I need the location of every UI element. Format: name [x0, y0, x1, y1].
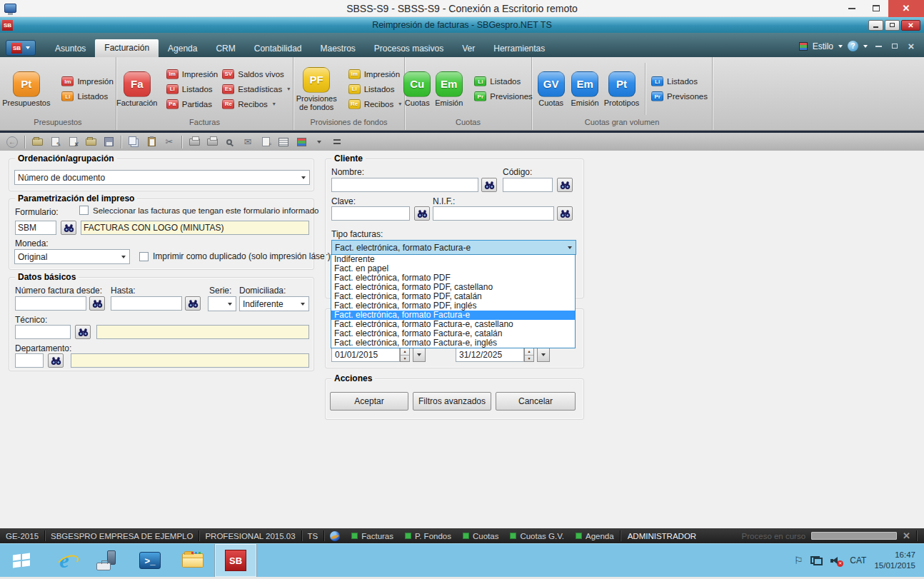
powershell-button[interactable] — [129, 544, 171, 577]
gv-prototipos-button[interactable]: Pt Prototipos — [604, 71, 640, 107]
back-icon[interactable] — [4, 135, 20, 149]
speaker-muted-icon[interactable] — [830, 556, 842, 565]
nombre-input[interactable] — [331, 178, 478, 192]
cancel-process-icon[interactable]: ✕ — [903, 530, 910, 541]
chevron-down-icon[interactable] — [863, 45, 868, 48]
chevron-down-icon[interactable] — [838, 45, 843, 48]
fecha-hasta-spinner[interactable]: ▲▼ — [524, 348, 534, 362]
cancelar-button[interactable]: Cancelar — [496, 392, 576, 411]
print-icon[interactable] — [186, 135, 202, 149]
network-icon[interactable] — [810, 556, 823, 565]
tipo-facturas-combobox[interactable]: Fact. electrónica, formato Factura-e — [331, 240, 576, 255]
dropdown-option[interactable]: Fact. electrónica, formato Factura-e, ca… — [331, 320, 575, 329]
collapse-toolbar-icon[interactable] — [329, 135, 345, 149]
action-center-flag-icon[interactable] — [794, 555, 803, 566]
mdi-close-button[interactable] — [905, 41, 917, 51]
open-folder-icon[interactable] — [29, 135, 45, 149]
estilo-menu[interactable]: Estilo — [813, 41, 833, 51]
cuotas-emision-button[interactable]: Em Emisión — [435, 71, 463, 107]
ordenacion-combobox[interactable]: Número de documento — [14, 170, 310, 185]
tab-facturacion[interactable]: Facturación — [95, 39, 159, 57]
tab-asuntos[interactable]: Asuntos — [46, 40, 95, 57]
internet-explorer-button[interactable]: e — [43, 544, 86, 577]
gv-cuotas-button[interactable]: GV Cuotas — [536, 71, 566, 107]
cuotas-listados-button[interactable]: Li Listados — [474, 76, 532, 86]
mail-icon[interactable]: ✉ — [240, 135, 256, 149]
gv-emision-button[interactable]: Em Emisión — [570, 71, 599, 107]
sb-application-menu-button[interactable]: SB — [6, 40, 36, 56]
gv-listados-button[interactable]: Li Listados — [651, 76, 708, 86]
factura-hasta-search-button[interactable] — [185, 296, 201, 311]
clave-search-button[interactable] — [414, 206, 430, 221]
tab-procesos-masivos[interactable]: Procesos masivos — [365, 40, 453, 57]
facturas-estadisticas-button[interactable]: Es Estadísticas — [222, 84, 290, 94]
sbgespro-taskbar-button[interactable]: SB — [214, 544, 257, 577]
facturas-saldos-vivos-button[interactable]: SV Saldos vivos — [222, 69, 290, 79]
paste-icon[interactable] — [144, 135, 159, 149]
filtros-avanzados-button[interactable]: Filtros avanzados — [413, 392, 491, 411]
clave-input[interactable] — [331, 206, 410, 221]
app-restore-button[interactable] — [885, 20, 900, 31]
fecha-desde-spinner[interactable]: ▲▼ — [400, 348, 410, 362]
import-document-icon[interactable] — [83, 135, 99, 149]
dropdown-option-selected[interactable]: Fact. electrónica, formato Factura-e — [331, 311, 575, 320]
aceptar-button[interactable]: Aceptar — [330, 392, 408, 411]
delete-document-icon[interactable]: ✘ — [65, 135, 81, 149]
dropdown-option[interactable]: Fact. electrónica, formato PDF, castella… — [331, 283, 575, 292]
help-icon[interactable] — [848, 41, 858, 51]
language-indicator[interactable]: CAT — [850, 555, 866, 565]
dropdown-option[interactable]: Fact. electrónica, formato PDF, catalán — [331, 292, 575, 301]
app-minimize-button[interactable] — [868, 20, 883, 31]
tab-maestros[interactable]: Maestros — [311, 40, 364, 57]
server-manager-button[interactable] — [86, 544, 129, 577]
codigo-search-button[interactable] — [557, 178, 573, 192]
tab-agenda[interactable]: Agenda — [159, 40, 206, 57]
fecha-desde-field[interactable]: 01/01/2015 — [331, 348, 400, 362]
report-icon[interactable]: ⌕ — [258, 135, 273, 149]
facturas-recibos-button[interactable]: Re Recibos — [222, 99, 290, 109]
departamento-search-button[interactable] — [48, 353, 64, 368]
provisiones-fondos-button[interactable]: PF Provisiones de fondos — [296, 67, 337, 111]
cuotas-previsiones-button[interactable]: Pr Previsiones — [474, 91, 532, 101]
formulario-search-button[interactable] — [61, 221, 76, 235]
copy-icon[interactable] — [126, 135, 141, 149]
factura-desde-input[interactable] — [15, 296, 86, 311]
provisiones-impresion-button[interactable]: Im Impresión — [348, 69, 402, 79]
dropdown-option[interactable]: Fact. electrónica, formato PDF, inglés — [331, 301, 575, 311]
grid-view-icon[interactable] — [276, 135, 291, 149]
edit-document-icon[interactable]: ✎ — [47, 135, 63, 149]
app-close-button[interactable]: ✕ — [901, 20, 920, 31]
nombre-search-button[interactable] — [481, 178, 497, 192]
tab-ver[interactable]: Ver — [453, 40, 484, 57]
check-duplicado[interactable]: Imprimir como duplicado (solo impresión … — [139, 251, 331, 261]
codigo-input[interactable] — [503, 178, 553, 192]
theme-dropdown-icon[interactable] — [311, 135, 327, 149]
departamento-input[interactable] — [15, 353, 44, 368]
factura-desde-search-button[interactable] — [89, 296, 105, 311]
domiciliada-combobox[interactable]: Indiferente — [239, 296, 309, 311]
dropdown-option[interactable]: Indiferente — [331, 255, 575, 264]
cuotas-button[interactable]: Cu Cuotas — [403, 71, 431, 107]
tab-herramientas[interactable]: Herramientas — [484, 40, 554, 57]
facturacion-button[interactable]: Fa Facturación — [119, 71, 155, 107]
file-explorer-button[interactable] — [171, 544, 214, 577]
factura-hasta-input[interactable] — [111, 296, 182, 311]
cut-icon[interactable]: ✂ — [161, 135, 177, 149]
fecha-hasta-calendar-button[interactable] — [537, 348, 550, 362]
presupuestos-button[interactable]: Pt Presupuestos — [2, 71, 50, 107]
tecnico-search-button[interactable] — [75, 325, 91, 339]
presupuestos-impresion-button[interactable]: Im Impresión — [61, 76, 114, 86]
moneda-combobox[interactable]: Original — [14, 249, 130, 264]
start-button[interactable] — [0, 544, 43, 577]
theme-icon[interactable] — [293, 135, 309, 149]
serie-combobox[interactable] — [208, 296, 236, 311]
nif-search-button[interactable] — [557, 206, 573, 221]
facturas-impresion-button[interactable]: Im Impresión — [166, 69, 219, 79]
mdi-minimize-button[interactable] — [873, 41, 884, 51]
clock[interactable]: 16:47 15/01/2015 — [874, 550, 915, 571]
provisiones-listados-button[interactable]: Li Listados — [348, 84, 402, 94]
formulario-input[interactable] — [15, 221, 56, 235]
save-icon[interactable] — [101, 135, 116, 149]
rdp-maximize-button[interactable] — [864, 0, 888, 17]
presupuestos-listados-button[interactable]: Li Listados — [61, 91, 114, 101]
